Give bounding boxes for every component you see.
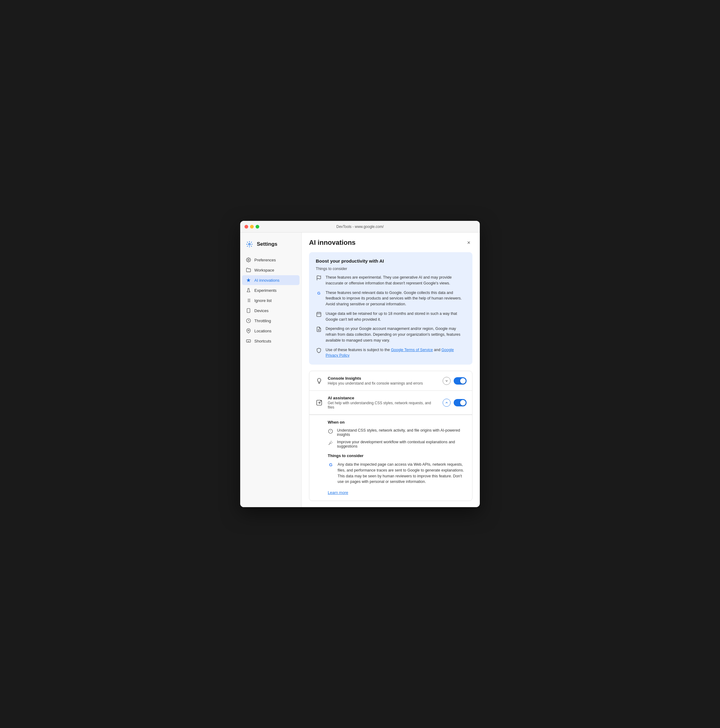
list-icon (246, 298, 251, 303)
when-on-item-2: Improve your development workflow with c… (328, 440, 466, 448)
folder-icon (246, 267, 251, 273)
console-insights-toggle[interactable] (454, 377, 466, 385)
sidebar-item-locations[interactable]: Locations (242, 326, 300, 336)
wand-icon (328, 440, 333, 446)
ai-assistance-info: AI assistance Get help with understandin… (328, 396, 438, 410)
svg-point-11 (248, 330, 249, 331)
gear-icon (246, 257, 251, 263)
shortcuts-label: Shortcuts (254, 339, 271, 343)
close-button[interactable]: × (465, 239, 472, 246)
lightbulb-icon (315, 376, 323, 385)
app-body: Settings Preferences Workspace (240, 232, 480, 507)
experiments-label: Experiments (254, 288, 277, 293)
location-icon (246, 328, 251, 333)
svg-point-28 (320, 400, 322, 401)
sidebar-item-shortcuts[interactable]: Shortcuts (242, 336, 300, 346)
minimize-traffic-light[interactable] (250, 225, 254, 229)
svg-point-1 (248, 259, 249, 260)
sidebar-item-devices[interactable]: Devices (242, 306, 300, 315)
svg-rect-19 (317, 312, 321, 317)
learn-more-link[interactable]: Learn more (328, 490, 348, 495)
close-traffic-light[interactable] (245, 225, 248, 229)
devices-label: Devices (254, 308, 269, 313)
ai-innovations-label: AI innovations (254, 278, 280, 283)
ai-assistance-expanded: When on Understand CSS styles, network a… (309, 415, 472, 501)
consider-label: Things to consider (316, 267, 466, 271)
consider-text-5: Use of these features is subject to the … (326, 347, 466, 359)
console-insights-name: Console Insights (328, 376, 438, 381)
throttle-icon (246, 318, 251, 323)
keyboard-icon (246, 338, 251, 344)
info-card: Boost your productivity with AI Things t… (309, 252, 472, 365)
consider-item: Usage data will be retained for up to 18… (316, 311, 466, 323)
sidebar-header: Settings (240, 237, 301, 255)
when-on-label: When on (328, 420, 466, 425)
maximize-traffic-light[interactable] (255, 225, 259, 229)
console-insights-expand-button[interactable] (443, 377, 451, 385)
sidebar-item-preferences[interactable]: Preferences (242, 255, 300, 265)
ai-assistance-toggle[interactable] (454, 399, 466, 406)
console-insights-info: Console Insights Helps you understand an… (328, 376, 438, 385)
console-insights-controls (443, 377, 466, 385)
ai-assistance-expand-button[interactable] (443, 399, 451, 407)
main-content: AI innovations × Boost your productivity… (302, 232, 480, 507)
workspace-label: Workspace (254, 268, 274, 272)
consider-item: G These features send relevant data to G… (316, 290, 466, 307)
consider-text-3: Usage data will be retained for up to 18… (326, 311, 466, 323)
sidebar-item-ignore-list[interactable]: Ignore list (242, 295, 300, 305)
device-icon (246, 308, 251, 313)
things-consider-section: Things to consider G Any data the inspec… (328, 453, 466, 495)
consider-text-4: Depending on your Google account managem… (326, 326, 466, 343)
when-on-item-1: Understand CSS styles, network activity,… (328, 428, 466, 437)
consider-text-1: These features are experimental. They us… (326, 275, 466, 286)
console-insights-row: Console Insights Helps you understand an… (309, 371, 472, 391)
consider-text-2: These features send relevant data to Goo… (326, 290, 466, 307)
sidebar-title: Settings (257, 241, 277, 247)
ai-assistance-name: AI assistance (328, 396, 438, 400)
experimental-icon (316, 275, 322, 281)
google-icon-2: G (328, 462, 334, 468)
shield-icon (316, 347, 322, 353)
things-item: G Any data the inspected page can access… (328, 462, 466, 485)
page-title: AI innovations (309, 239, 356, 247)
svg-rect-8 (247, 308, 250, 312)
sparkle-icon (246, 277, 251, 283)
consider-item: These features are experimental. They us… (316, 275, 466, 286)
sidebar-item-experiments[interactable]: Experiments (242, 285, 300, 295)
preferences-label: Preferences (254, 258, 276, 262)
sidebar: Settings Preferences Workspace (240, 232, 302, 507)
when-on-text-2: Improve your development workflow with c… (337, 440, 466, 448)
features-card: Console Insights Helps you understand an… (309, 371, 472, 501)
consider-items: These features are experimental. They us… (316, 275, 466, 358)
when-on-text-1: Understand CSS styles, network activity,… (337, 428, 466, 437)
titlebar-title: DevTools - www.google.com/ (336, 225, 384, 229)
throttling-label: Throttling (254, 318, 271, 323)
console-insights-toggle-knob (460, 378, 466, 384)
svg-point-26 (319, 383, 319, 383)
info-circle-icon (328, 428, 333, 434)
sidebar-item-throttling[interactable]: Throttling (242, 316, 300, 326)
titlebar: DevTools - www.google.com/ (240, 221, 480, 232)
flask-icon (246, 288, 251, 293)
when-on-items: Understand CSS styles, network activity,… (328, 428, 466, 448)
consider-item: Use of these features is subject to the … (316, 347, 466, 359)
ai-assist-icon (315, 398, 323, 407)
google-icon-1: G (316, 290, 322, 297)
settings-window: DevTools - www.google.com/ Settings (240, 221, 480, 507)
ignore-list-label: Ignore list (254, 298, 272, 303)
sidebar-item-workspace[interactable]: Workspace (242, 265, 300, 275)
info-card-title: Boost your productivity with AI (316, 258, 466, 263)
traffic-lights (245, 225, 259, 229)
document-icon (316, 326, 322, 332)
privacy-policy-link[interactable]: Google Privacy Policy (326, 348, 454, 358)
locations-label: Locations (254, 329, 272, 333)
ai-assistance-row: AI assistance Get help with understandin… (309, 391, 472, 415)
sidebar-item-ai-innovations[interactable]: AI innovations (242, 275, 300, 285)
svg-rect-12 (246, 340, 250, 342)
terms-of-service-link[interactable]: Google Terms of Service (391, 348, 433, 352)
calendar-icon (316, 311, 322, 317)
svg-point-0 (249, 243, 250, 245)
ai-assistance-controls (443, 399, 466, 407)
ai-assistance-desc: Get help with understanding CSS styles, … (328, 401, 438, 410)
settings-logo-icon (245, 240, 254, 248)
